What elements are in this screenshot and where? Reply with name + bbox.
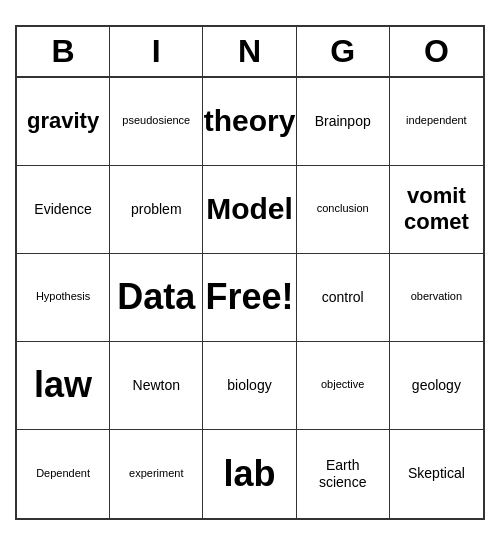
cell-text: gravity — [27, 108, 99, 134]
bingo-cell: Data — [110, 254, 203, 342]
header-letter: B — [17, 27, 110, 76]
bingo-cell: geology — [390, 342, 483, 430]
cell-text: Free! — [205, 275, 293, 318]
cell-text: Earth science — [319, 457, 366, 491]
bingo-cell: Newton — [110, 342, 203, 430]
bingo-cell: law — [17, 342, 110, 430]
bingo-cell: gravity — [17, 78, 110, 166]
bingo-cell: problem — [110, 166, 203, 254]
cell-text: law — [34, 363, 92, 406]
bingo-cell: Evidence — [17, 166, 110, 254]
cell-text: theory — [204, 103, 296, 139]
bingo-cell: obervation — [390, 254, 483, 342]
cell-text: objective — [321, 378, 364, 391]
cell-text: Newton — [133, 377, 180, 394]
cell-text: experiment — [129, 467, 183, 480]
bingo-cell: Earth science — [297, 430, 390, 518]
cell-text: Skeptical — [408, 465, 465, 482]
cell-text: conclusion — [317, 202, 369, 215]
bingo-cell: Skeptical — [390, 430, 483, 518]
bingo-card: BINGO gravitypseudosiencetheoryBrainpopi… — [15, 25, 485, 520]
bingo-cell: experiment — [110, 430, 203, 518]
bingo-header: BINGO — [17, 27, 483, 78]
header-letter: G — [297, 27, 390, 76]
bingo-cell: Dependent — [17, 430, 110, 518]
cell-text: Data — [117, 275, 195, 318]
cell-text: vomit comet — [404, 183, 469, 236]
bingo-cell: objective — [297, 342, 390, 430]
bingo-cell: Brainpop — [297, 78, 390, 166]
bingo-cell: Free! — [203, 254, 296, 342]
cell-text: Evidence — [34, 201, 92, 218]
cell-text: Model — [206, 191, 293, 227]
cell-text: lab — [223, 452, 275, 495]
cell-text: independent — [406, 114, 467, 127]
bingo-cell: Model — [203, 166, 296, 254]
cell-text: pseudosience — [122, 114, 190, 127]
header-letter: N — [203, 27, 296, 76]
cell-text: biology — [227, 377, 271, 394]
cell-text: obervation — [411, 290, 462, 303]
bingo-cell: pseudosience — [110, 78, 203, 166]
header-letter: O — [390, 27, 483, 76]
bingo-cell: vomit comet — [390, 166, 483, 254]
cell-text: Brainpop — [315, 113, 371, 130]
bingo-cell: lab — [203, 430, 296, 518]
bingo-cell: conclusion — [297, 166, 390, 254]
cell-text: Dependent — [36, 467, 90, 480]
bingo-cell: independent — [390, 78, 483, 166]
bingo-cell: biology — [203, 342, 296, 430]
bingo-cell: theory — [203, 78, 296, 166]
cell-text: Hypothesis — [36, 290, 90, 303]
cell-text: control — [322, 289, 364, 306]
bingo-grid: gravitypseudosiencetheoryBrainpopindepen… — [17, 78, 483, 518]
bingo-cell: control — [297, 254, 390, 342]
cell-text: problem — [131, 201, 182, 218]
bingo-cell: Hypothesis — [17, 254, 110, 342]
cell-text: geology — [412, 377, 461, 394]
header-letter: I — [110, 27, 203, 76]
